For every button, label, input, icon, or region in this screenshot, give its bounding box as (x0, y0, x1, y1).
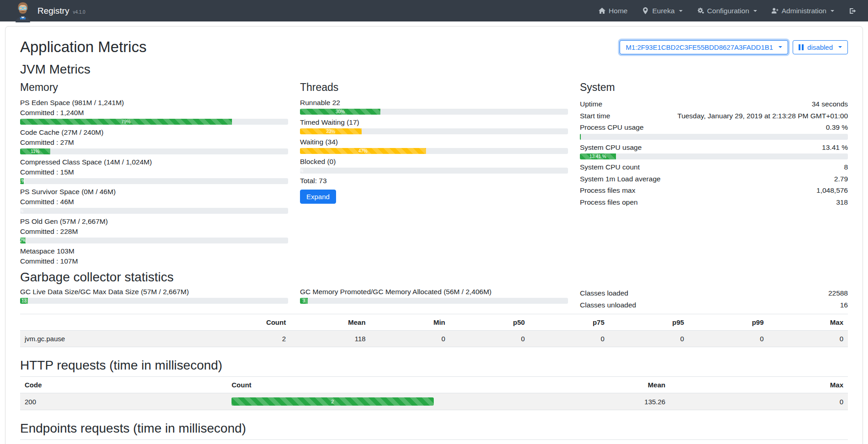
progress-bar: 1% (20, 178, 288, 184)
system-value: 13.41 % (822, 142, 848, 153)
classes-label: Classes unloaded (580, 299, 636, 311)
pool-committed: Committed : 15M (20, 168, 288, 176)
chevron-down-icon (753, 10, 757, 12)
system-label: Uptime (580, 98, 602, 110)
threads-column: Threads Runnable 22 30% Timed Waiting (1… (300, 80, 568, 265)
gc-heading: Garbage collector statistics (20, 270, 848, 285)
progress-bar: 0% (300, 168, 568, 174)
system-row: Process files max 1,048,576 (580, 185, 848, 196)
thread-state: Timed Waiting (17) 23% (300, 118, 568, 134)
memory-pool: Metaspace 103M Committed : 107M (20, 247, 288, 265)
pool-name: PS Survivor Space (0M / 46M) (20, 187, 288, 196)
pool-name: Metaspace 103M (20, 247, 288, 255)
classes-value: 22588 (828, 287, 848, 299)
pool-committed: Committed : 107M (20, 257, 288, 265)
memory-pool: Compressed Class Space (14M / 1,024M) Co… (20, 158, 288, 184)
col-header-p99: p99 (689, 314, 768, 331)
thread-state-name: Waiting (34) (300, 137, 568, 146)
http-requests-heading: HTTP requests (time in millisecond) (20, 358, 848, 373)
page-title: Application Metrics (20, 38, 147, 56)
system-row: Process files open 318 (580, 196, 848, 208)
col-header (20, 314, 211, 331)
nav-sign-out[interactable] (849, 7, 856, 15)
chevron-down-icon (838, 46, 842, 48)
http-requests-table: Code Count Mean Max 200 2 135.26 0 (20, 376, 848, 410)
col-header-p95: p95 (609, 314, 689, 331)
progress-bar: 13.41 % (580, 153, 848, 159)
progress-bar: 2 (231, 397, 433, 406)
pool-committed: Committed : 1,240M (20, 108, 288, 117)
pool-committed: Committed : 27M (20, 138, 288, 147)
gc-classes: Classes loaded 22588 Classes unloaded 16 (580, 287, 848, 311)
pause-icon (799, 44, 804, 50)
system-row: System CPU count 8 (580, 161, 848, 173)
endpoints-requests-heading: Endpoints requests (time in millisecond) (20, 421, 848, 436)
memory-pool: PS Old Gen (57M / 2,667M) Committed : 22… (20, 217, 288, 243)
classes-label: Classes loaded (580, 287, 628, 299)
instance-selector-dropdown[interactable]: M1:2F93E1CBD2C3FE55BDD8627A3FADD1B1 (620, 40, 788, 54)
gc-live-data: GC Live Data Size/GC Max Data Size (57M … (20, 287, 288, 311)
endpoints-requests-table: Method Endpoint url Count Mean GET /mana… (20, 439, 848, 444)
user-plus-icon (772, 7, 779, 14)
system-row: Start time Tuesday, January 29, 2019 at … (580, 110, 848, 122)
progress-bar: 30% (300, 109, 568, 115)
system-row: System CPU usage 13.41 % (580, 142, 848, 153)
nav-administration[interactable]: Administration (772, 7, 834, 15)
sign-out-icon (849, 7, 856, 15)
system-heading: System (580, 81, 848, 94)
threads-heading: Threads (300, 81, 568, 94)
map-marker-icon (642, 7, 649, 14)
chevron-down-icon (831, 10, 834, 12)
nav-eureka[interactable]: Eureka (642, 7, 682, 15)
col-header-code: Code (20, 377, 227, 393)
progress-bar: 47% (300, 148, 568, 154)
gc-label: GC Memory Promoted/GC Memory Allocated (… (300, 287, 568, 296)
table-row: jvm.gc.pause 2 118 0 0 0 0 0 0 (20, 331, 848, 347)
nav-home[interactable]: Home (599, 7, 627, 15)
refresh-rate-dropdown[interactable]: disabled (793, 40, 848, 54)
pool-committed: Committed : 228M (20, 227, 288, 236)
gc-promoted: GC Memory Promoted/GC Memory Allocated (… (300, 287, 568, 311)
col-header-mean: Mean (438, 377, 670, 393)
thread-state: Blocked (0) 0% (300, 157, 568, 174)
progress-bar: 3 (300, 298, 568, 304)
nav-administration-label: Administration (782, 7, 826, 15)
progress-bar: 23% (300, 128, 568, 134)
system-label: Process CPU usage (580, 122, 644, 133)
col-header-count: Count (530, 440, 687, 444)
memory-pool: Code Cache (27M / 240M) Committed : 27M … (20, 128, 288, 154)
col-header-p75: p75 (529, 314, 609, 331)
classes-row: Classes loaded 22588 (580, 287, 848, 299)
thread-state: Runnable 22 30% (300, 98, 568, 115)
nav-configuration[interactable]: Configuration (697, 7, 757, 15)
brand-version: v4.1.0 (73, 5, 85, 20)
home-icon (599, 7, 605, 14)
progress-bar: 79% (20, 119, 288, 125)
jhipster-logo-icon (14, 1, 32, 22)
pool-name: Code Cache (27M / 240M) (20, 128, 288, 137)
classes-row: Classes unloaded 16 (580, 299, 848, 311)
col-header-method: Method (20, 440, 174, 444)
progress-bar: 0% (20, 208, 288, 214)
threads-total: Total: 73 (300, 177, 568, 185)
expand-threads-button[interactable]: Expand (300, 190, 336, 204)
col-header-url: Endpoint url (174, 440, 530, 444)
pool-name: Compressed Class Space (14M / 1,024M) (20, 158, 288, 166)
system-label: System 1m Load average (580, 173, 661, 185)
memory-column: Memory PS Eden Space (981M / 1,241M) Com… (20, 80, 288, 265)
metric-name: jvm.gc.pause (20, 331, 211, 347)
progress-bar: 2% (20, 238, 288, 243)
metrics-page: Application Metrics M1:2F93E1CBD2C3FE55B… (5, 26, 863, 444)
system-row: System 1m Load average 2.79 (580, 173, 848, 185)
thread-state-name: Runnable 22 (300, 98, 568, 107)
pool-committed: Committed : 46M (20, 197, 288, 206)
col-header-mean: Mean (290, 314, 370, 331)
navbar: Registry v4.1.0 Home Eureka Configuratio… (0, 0, 868, 21)
col-header-count: Count (211, 314, 290, 331)
brand-name: Registry (37, 2, 69, 20)
system-row: Uptime 34 seconds (580, 98, 848, 110)
system-label: Process files open (580, 196, 638, 208)
col-header-max: Max (670, 377, 848, 393)
nav-configuration-label: Configuration (707, 7, 749, 15)
brand[interactable]: Registry v4.1.0 (14, 1, 85, 20)
